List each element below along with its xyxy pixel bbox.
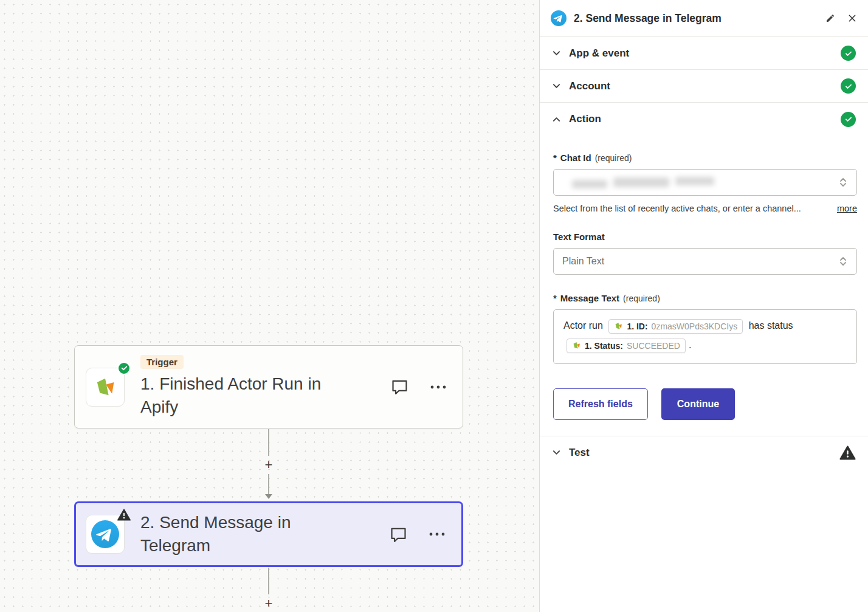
chevron-down-icon: [552, 81, 561, 91]
edit-pencil-icon[interactable]: [825, 13, 835, 23]
success-check-icon: [841, 78, 856, 94]
connector-line: [268, 429, 269, 456]
section-test[interactable]: Test: [540, 436, 868, 469]
comment-icon[interactable]: [389, 525, 408, 544]
telegram-icon: [91, 520, 119, 548]
success-check-icon: [841, 46, 856, 61]
panel-header: 2. Send Message in Telegram: [540, 0, 868, 37]
chevron-down-icon: [552, 49, 561, 58]
token-value: 0zmasW0Pds3KDCIys: [652, 321, 738, 332]
apify-app-tile: [86, 368, 125, 407]
section-label: App & event: [569, 47, 629, 60]
continue-button[interactable]: Continue: [661, 388, 735, 420]
action-step-card[interactable]: 2. Send Message in Telegram: [74, 501, 463, 567]
chat-id-label-row: * Chat Id (required): [553, 153, 857, 163]
message-text-after: .: [689, 340, 691, 350]
telegram-app-tile: [86, 515, 125, 554]
panel-title: 2. Send Message in Telegram: [574, 12, 722, 25]
warning-triangle-icon: [839, 445, 856, 460]
action-step-title: 2. Send Message in Telegram: [140, 511, 350, 557]
required-note: (required): [595, 153, 632, 163]
select-stepper-icon: [838, 176, 848, 188]
add-step-button[interactable]: +: [261, 457, 277, 473]
close-icon[interactable]: [847, 13, 857, 23]
apify-icon: [572, 341, 581, 350]
chat-id-helper-text: Select from the list of recently active …: [553, 204, 830, 213]
chat-id-value-redacted: [572, 176, 714, 188]
message-text-label-row: * Message Text (required): [553, 293, 857, 303]
text-format-label-row: Text Format: [553, 232, 857, 242]
comment-icon[interactable]: [390, 377, 409, 396]
required-asterisk: *: [553, 293, 557, 303]
trigger-step-card[interactable]: Trigger 1. Finished Actor Run in Apify: [74, 345, 463, 428]
text-format-value: Plain Text: [562, 256, 604, 267]
token-value: SUCCEEDED: [627, 340, 680, 351]
section-action[interactable]: Action: [540, 103, 868, 136]
section-label: Account: [569, 80, 610, 92]
trigger-badge: Trigger: [140, 355, 184, 369]
connector-arrow-icon: [265, 494, 272, 499]
more-options-icon[interactable]: [430, 384, 447, 390]
chevron-down-icon: [552, 448, 561, 457]
text-format-label: Text Format: [553, 232, 605, 242]
apify-icon: [93, 375, 117, 399]
section-app-event[interactable]: App & event: [540, 37, 868, 70]
mapped-field-token-status[interactable]: 1. Status: SUCCEEDED: [567, 339, 686, 353]
connector-line: [268, 568, 269, 594]
token-label: 1. Status:: [585, 340, 623, 351]
success-check-icon: [117, 362, 131, 375]
more-link[interactable]: more: [837, 204, 857, 213]
telegram-icon: [551, 10, 567, 26]
section-account[interactable]: Account: [540, 70, 868, 103]
message-text-field[interactable]: Actor run 1. ID: 0zmasW0Pds3KDCIys has s…: [553, 309, 857, 364]
more-options-icon[interactable]: [429, 531, 446, 537]
trigger-step-title: 1. Finished Actor Run in Apify: [140, 373, 350, 419]
apify-icon: [614, 321, 623, 331]
message-text-before: Actor run: [563, 320, 603, 331]
warning-triangle-icon: [117, 509, 131, 523]
message-text-middle: has status: [749, 320, 793, 331]
token-label: 1. ID:: [627, 321, 647, 332]
chat-id-helper-row: Select from the list of recently active …: [553, 204, 857, 213]
add-step-button[interactable]: +: [261, 596, 277, 611]
section-label: Test: [569, 447, 590, 459]
refresh-fields-button[interactable]: Refresh fields: [553, 388, 648, 420]
success-check-icon: [841, 112, 856, 127]
workflow-canvas[interactable]: Trigger 1. Finished Actor Run in Apify +: [0, 0, 539, 612]
message-text-label: Message Text: [560, 293, 619, 303]
form-buttons: Refresh fields Continue: [553, 388, 857, 420]
chevron-up-icon: [552, 115, 561, 124]
required-note: (required): [623, 294, 660, 303]
mapped-field-token-id[interactable]: 1. ID: 0zmasW0Pds3KDCIys: [608, 319, 743, 334]
chat-id-select[interactable]: [553, 169, 857, 196]
chat-id-label: Chat Id: [560, 153, 591, 163]
step-settings-panel: 2. Send Message in Telegram App & event …: [539, 0, 868, 612]
section-label: Action: [569, 113, 601, 125]
text-format-select[interactable]: Plain Text: [553, 248, 857, 275]
required-asterisk: *: [553, 153, 557, 163]
action-form: * Chat Id (required) Select from the lis…: [540, 136, 868, 420]
connector-line: [268, 474, 269, 495]
select-stepper-icon: [838, 255, 848, 267]
